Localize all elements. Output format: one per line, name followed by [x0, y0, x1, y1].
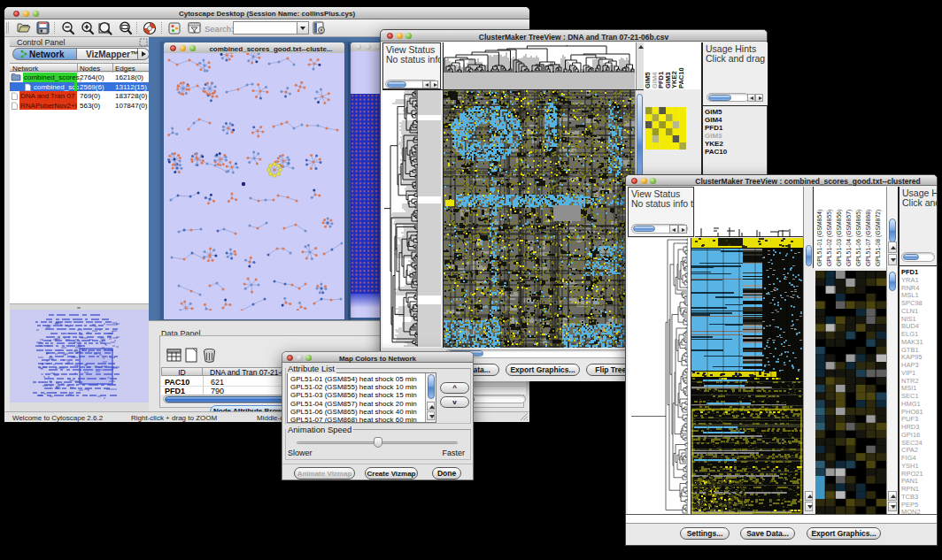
svg-text:GPL51-08 (GSM872): GPL51-08 (GSM872): [875, 210, 882, 266]
svg-text:GPL51-01 (GSM854): GPL51-01 (GSM854): [816, 210, 823, 266]
svg-text:GPL51-06 (GSM865): GPL51-06 (GSM865): [855, 210, 862, 266]
svg-text:GPL51-07 (GSM868): GPL51-07 (GSM868): [865, 210, 872, 266]
svg-text:GPL51-02 (GSM855): GPL51-02 (GSM855): [826, 210, 833, 266]
svg-text:GPL51-03 (GSM856): GPL51-03 (GSM856): [836, 210, 843, 266]
svg-text:PAC10: PAC10: [677, 67, 685, 88]
svg-text:GPL51-04 (GSM857): GPL51-04 (GSM857): [845, 210, 853, 266]
